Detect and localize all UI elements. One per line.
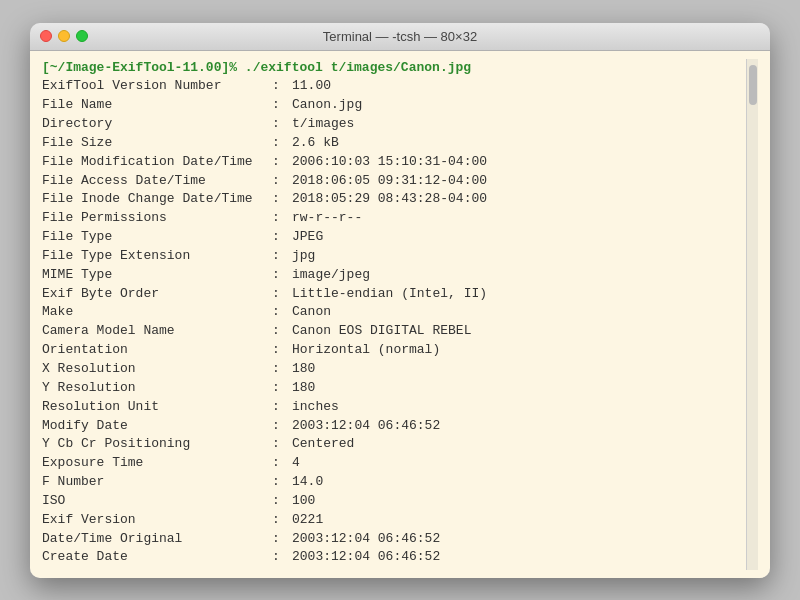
field-name: File Type — [42, 228, 272, 247]
table-row: Modify Date : 2003:12:04 06:46:52 — [42, 417, 746, 436]
field-value: 2003:12:04 06:46:52 — [292, 530, 440, 549]
field-separator: : — [272, 115, 292, 134]
field-name: File Size — [42, 134, 272, 153]
field-separator: : — [272, 341, 292, 360]
table-row: File Type Extension : jpg — [42, 247, 746, 266]
maximize-button[interactable] — [76, 30, 88, 42]
table-row: File Inode Change Date/Time : 2018:05:29… — [42, 190, 746, 209]
table-row: Make : Canon — [42, 303, 746, 322]
table-row: MIME Type : image/jpeg — [42, 266, 746, 285]
field-separator: : — [272, 360, 292, 379]
field-separator: : — [272, 530, 292, 549]
field-separator: : — [272, 285, 292, 304]
table-row: X Resolution : 180 — [42, 360, 746, 379]
traffic-lights — [40, 30, 88, 42]
field-separator: : — [272, 398, 292, 417]
table-row: F Number : 14.0 — [42, 473, 746, 492]
table-row: File Access Date/Time : 2018:06:05 09:31… — [42, 172, 746, 191]
field-separator: : — [272, 567, 292, 569]
field-name: Modify Date — [42, 417, 272, 436]
terminal-content[interactable]: [~/Image-ExifTool-11.00]% ./exiftool t/i… — [42, 59, 746, 570]
field-name: File Modification Date/Time — [42, 153, 272, 172]
terminal-body: [~/Image-ExifTool-11.00]% ./exiftool t/i… — [30, 51, 770, 578]
field-separator: : — [272, 303, 292, 322]
field-separator: : — [272, 247, 292, 266]
field-value: jpg — [292, 247, 315, 266]
scrollbar-thumb[interactable] — [749, 65, 757, 105]
field-separator: : — [272, 548, 292, 567]
field-value: 100 — [292, 492, 315, 511]
terminal-window: Terminal — -tcsh — 80×32 [~/Image-ExifTo… — [30, 23, 770, 578]
table-row: Camera Model Name : Canon EOS DIGITAL RE… — [42, 322, 746, 341]
field-name: Date/Time Original — [42, 530, 272, 549]
field-value: 11.00 — [292, 77, 331, 96]
field-separator: : — [272, 190, 292, 209]
field-name: Create Date — [42, 548, 272, 567]
table-row: File Modification Date/Time : 2006:10:03… — [42, 153, 746, 172]
field-separator: : — [272, 266, 292, 285]
field-value: rw-r--r-- — [292, 209, 362, 228]
field-separator: : — [272, 77, 292, 96]
minimize-button[interactable] — [58, 30, 70, 42]
field-separator: : — [272, 134, 292, 153]
prompt-line: [~/Image-ExifTool-11.00]% ./exiftool t/i… — [42, 59, 746, 78]
table-row: ExifTool Version Number : 11.00 — [42, 77, 746, 96]
field-name: File Type Extension — [42, 247, 272, 266]
field-value: inches — [292, 398, 339, 417]
field-value: image/jpeg — [292, 266, 370, 285]
scrollbar-track[interactable] — [746, 59, 758, 570]
table-row: Date/Time Original : 2003:12:04 06:46:52 — [42, 530, 746, 549]
field-separator: : — [272, 492, 292, 511]
field-name: X Resolution — [42, 360, 272, 379]
data-rows-container: ExifTool Version Number : 11.00File Name… — [42, 77, 746, 569]
field-separator: : — [272, 511, 292, 530]
field-name: Exif Byte Order — [42, 285, 272, 304]
field-value: 2006:10:03 15:10:31-04:00 — [292, 153, 487, 172]
field-name: File Inode Change Date/Time — [42, 190, 272, 209]
table-row: File Permissions : rw-r--r-- — [42, 209, 746, 228]
field-name: Components Configuration — [42, 567, 272, 569]
field-name: F Number — [42, 473, 272, 492]
field-value: 180 — [292, 379, 315, 398]
field-separator: : — [272, 172, 292, 191]
field-name: File Access Date/Time — [42, 172, 272, 191]
table-row: ISO : 100 — [42, 492, 746, 511]
field-value: 14.0 — [292, 473, 323, 492]
table-row: File Name : Canon.jpg — [42, 96, 746, 115]
field-value: Y, Cb, Cr, - — [292, 567, 386, 569]
field-name: Resolution Unit — [42, 398, 272, 417]
field-value: Little-endian (Intel, II) — [292, 285, 487, 304]
field-name: Directory — [42, 115, 272, 134]
field-name: MIME Type — [42, 266, 272, 285]
close-button[interactable] — [40, 30, 52, 42]
field-value: Centered — [292, 435, 354, 454]
field-separator: : — [272, 417, 292, 436]
table-row: Components Configuration : Y, Cb, Cr, - — [42, 567, 746, 569]
field-value: Canon — [292, 303, 331, 322]
table-row: Directory : t/images — [42, 115, 746, 134]
table-row: File Type : JPEG — [42, 228, 746, 247]
field-separator: : — [272, 96, 292, 115]
field-value: 2003:12:04 06:46:52 — [292, 417, 440, 436]
field-name: Make — [42, 303, 272, 322]
field-separator: : — [272, 153, 292, 172]
table-row: Y Resolution : 180 — [42, 379, 746, 398]
field-value: t/images — [292, 115, 354, 134]
field-separator: : — [272, 322, 292, 341]
field-separator: : — [272, 209, 292, 228]
field-value: Canon.jpg — [292, 96, 362, 115]
field-name: Exposure Time — [42, 454, 272, 473]
field-name: ISO — [42, 492, 272, 511]
field-value: 180 — [292, 360, 315, 379]
titlebar: Terminal — -tcsh — 80×32 — [30, 23, 770, 51]
field-name: Y Cb Cr Positioning — [42, 435, 272, 454]
field-separator: : — [272, 435, 292, 454]
field-name: File Permissions — [42, 209, 272, 228]
field-value: 2018:06:05 09:31:12-04:00 — [292, 172, 487, 191]
field-name: File Name — [42, 96, 272, 115]
field-name: Exif Version — [42, 511, 272, 530]
field-value: JPEG — [292, 228, 323, 247]
field-name: Orientation — [42, 341, 272, 360]
table-row: Orientation : Horizontal (normal) — [42, 341, 746, 360]
window-title: Terminal — -tcsh — 80×32 — [323, 29, 477, 44]
